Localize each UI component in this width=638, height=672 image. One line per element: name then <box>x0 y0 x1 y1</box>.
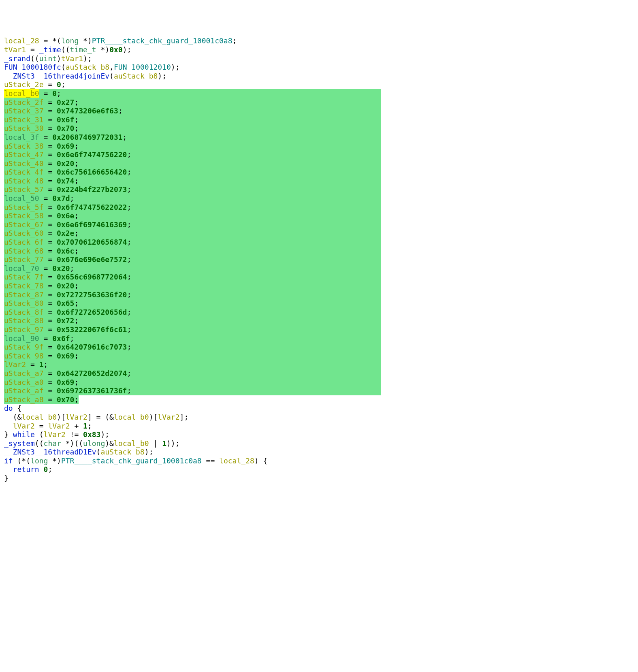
decompiled-code-listing: local_28 = *(long *)PTR____stack_chk_gua… <box>4 36 634 482</box>
highlighted-block: local_b0 = 0;uStack_2f = 0x27;uStack_37 … <box>4 89 381 395</box>
code-line: local_28 = *(long *)PTR____stack_chk_gua… <box>4 36 634 45</box>
